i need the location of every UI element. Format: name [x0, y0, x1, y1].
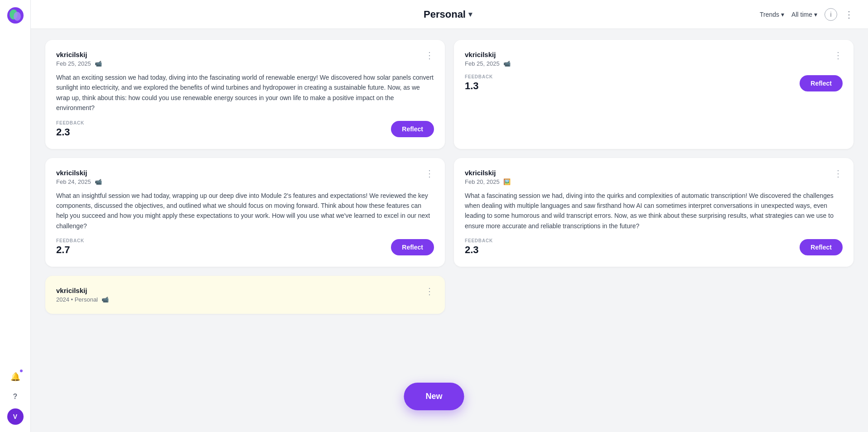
card-username: vkricilskij — [56, 287, 109, 294]
feedback-label: FEEDBACK — [56, 238, 84, 243]
card-header: vkricilskij Feb 25, 2025 📹 ⋮ — [465, 51, 843, 67]
trends-dropdown[interactable]: Trends ▾ — [760, 11, 784, 18]
main-content: Personal ▾ Trends ▾ All time ▾ i ⋮ vkric… — [31, 0, 868, 432]
card-date: Feb 25, 2025 — [465, 60, 500, 67]
new-button[interactable]: New — [404, 383, 464, 410]
card-footer: FEEDBACK 2.3 Reflect — [56, 120, 434, 138]
card-header: vkricilskij Feb 20, 2025 🖼️ ⋮ — [465, 169, 843, 185]
header-actions: Trends ▾ All time ▾ i ⋮ — [760, 8, 854, 21]
card-username: vkricilskij — [56, 51, 102, 58]
card-date-row: 2024 • Personal 📹 — [56, 296, 109, 303]
card-feedback: FEEDBACK 2.7 — [56, 238, 84, 256]
card-date: Feb 20, 2025 — [465, 178, 500, 185]
video-icon: 📹 — [95, 178, 102, 185]
reflect-button[interactable]: Reflect — [391, 121, 434, 137]
video-icon: 📹 — [95, 60, 102, 67]
card-username: vkricilskij — [465, 169, 511, 177]
card-date-row: Feb 24, 2025 📹 — [56, 178, 102, 185]
card-date-row: Feb 25, 2025 📹 — [56, 60, 102, 67]
feedback-label: FEEDBACK — [465, 74, 493, 79]
session-card: vkricilskij Feb 24, 2025 📹 ⋮ What an ins… — [45, 158, 445, 267]
feedback-value: 1.3 — [465, 80, 493, 92]
reflect-button[interactable]: Reflect — [800, 75, 843, 91]
svg-point-2 — [14, 12, 21, 21]
card-more-button[interactable]: ⋮ — [425, 169, 434, 178]
session-card: vkricilskij Feb 25, 2025 📹 ⋮ What an exc… — [45, 40, 445, 149]
card-feedback: FEEDBACK 2.3 — [465, 238, 493, 256]
card-meta: vkricilskij 2024 • Personal 📹 — [56, 287, 109, 303]
cards-grid: vkricilskij Feb 25, 2025 📹 ⋮ What an exc… — [31, 29, 868, 432]
feedback-value: 2.3 — [56, 126, 84, 138]
card-date: Feb 24, 2025 — [56, 178, 91, 185]
card-feedback: FEEDBACK 1.3 — [465, 74, 493, 92]
feedback-label: FEEDBACK — [56, 120, 84, 125]
card-header: vkricilskij Feb 25, 2025 📹 ⋮ — [56, 51, 434, 67]
alltime-dropdown[interactable]: All time ▾ — [791, 11, 817, 18]
reflect-button[interactable]: Reflect — [800, 239, 843, 255]
card-date: Feb 25, 2025 — [56, 60, 91, 67]
workspace-title: Personal — [424, 9, 466, 20]
card-username: vkricilskij — [56, 169, 102, 177]
card-username: vkricilskij — [465, 51, 511, 58]
user-avatar[interactable]: V — [7, 408, 24, 425]
trends-chevron-icon: ▾ — [781, 11, 784, 18]
card-meta: vkricilskij Feb 25, 2025 📹 — [465, 51, 511, 67]
card-footer: FEEDBACK 2.3 Reflect — [465, 238, 843, 256]
card-meta: vkricilskij Feb 25, 2025 📹 — [56, 51, 102, 67]
reflect-button[interactable]: Reflect — [391, 239, 434, 255]
workspace-chevron-icon[interactable]: ▾ — [468, 10, 472, 19]
info-icon[interactable]: i — [825, 8, 837, 21]
card-body: What an exciting session we had today, d… — [56, 72, 434, 113]
session-card: vkricilskij Feb 20, 2025 🖼️ ⋮ What a fas… — [454, 158, 854, 267]
help-icon[interactable]: ? — [7, 389, 24, 405]
card-more-button[interactable]: ⋮ — [425, 287, 434, 296]
card-body: What a fascinating session we had, divin… — [465, 191, 843, 231]
card-header: vkricilskij Feb 24, 2025 📹 ⋮ — [56, 169, 434, 185]
card-more-button[interactable]: ⋮ — [425, 51, 434, 60]
card-date: 2024 • Personal — [56, 296, 98, 303]
card-meta: vkricilskij Feb 24, 2025 📹 — [56, 169, 102, 185]
card-more-button[interactable]: ⋮ — [834, 169, 843, 178]
card-more-button[interactable]: ⋮ — [834, 51, 843, 60]
header-more-icon[interactable]: ⋮ — [844, 9, 854, 20]
notification-icon[interactable]: 🔔 — [7, 369, 24, 385]
card-date-row: Feb 25, 2025 📹 — [465, 60, 511, 67]
app-logo[interactable] — [7, 7, 24, 24]
alltime-chevron-icon: ▾ — [814, 11, 817, 18]
card-date-row: Feb 20, 2025 🖼️ — [465, 178, 511, 185]
session-card: vkricilskij Feb 25, 2025 📹 ⋮ FEEDBACK 1.… — [454, 40, 854, 149]
new-button-container: New — [404, 383, 464, 410]
sidebar: 🔔 ? V — [0, 0, 31, 432]
video-icon: 📹 — [101, 296, 109, 303]
header: Personal ▾ Trends ▾ All time ▾ i ⋮ — [31, 0, 868, 29]
alltime-label: All time — [791, 11, 812, 18]
header-title-area: Personal ▾ — [424, 9, 472, 20]
feedback-value: 2.7 — [56, 244, 84, 256]
session-card-partial: vkricilskij 2024 • Personal 📹 ⋮ — [45, 276, 445, 314]
card-footer: FEEDBACK 1.3 Reflect — [465, 74, 843, 92]
card-footer: FEEDBACK 2.7 Reflect — [56, 238, 434, 256]
card-header: vkricilskij 2024 • Personal 📹 ⋮ — [56, 287, 434, 303]
feedback-value: 2.3 — [465, 244, 493, 256]
video-icon: 📹 — [503, 60, 511, 67]
card-feedback: FEEDBACK 2.3 — [56, 120, 84, 138]
card-meta: vkricilskij Feb 20, 2025 🖼️ — [465, 169, 511, 185]
trends-label: Trends — [760, 11, 779, 18]
image-icon: 🖼️ — [503, 178, 511, 185]
card-body: What an insightful session we had today,… — [56, 191, 434, 231]
feedback-label: FEEDBACK — [465, 238, 493, 243]
